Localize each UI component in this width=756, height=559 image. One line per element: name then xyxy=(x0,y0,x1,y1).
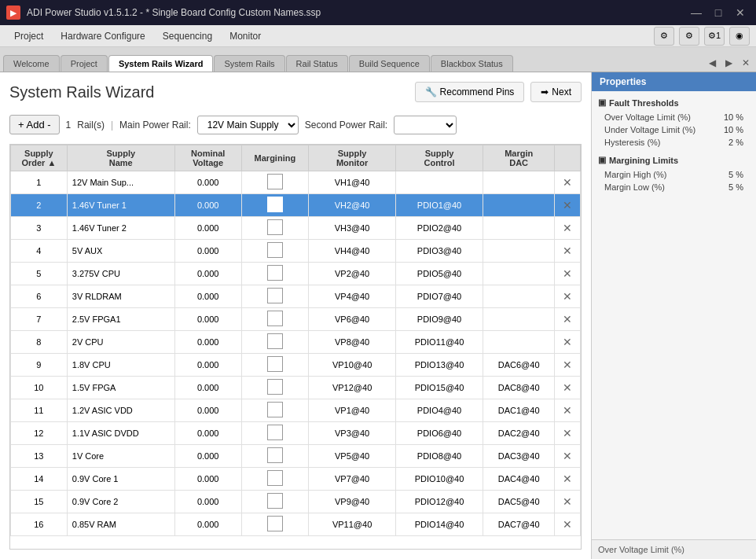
tab-project[interactable]: Project xyxy=(61,55,108,72)
cell-margining[interactable] xyxy=(241,263,309,285)
table-row[interactable]: 7 2.5V FPGA1 0.000 VP6@40 PDIO9@40 ✕ xyxy=(11,308,581,331)
fault-thresholds-header[interactable]: ▣ Fault Thresholds xyxy=(598,97,750,108)
delete-icon[interactable]: ✕ xyxy=(563,290,572,303)
cell-margining[interactable] xyxy=(241,194,309,217)
delete-icon[interactable]: ✕ xyxy=(563,404,572,417)
table-row[interactable]: 4 5V AUX 0.000 VH4@40 PDIO3@40 ✕ xyxy=(11,240,581,263)
tab-nav-right[interactable]: ▶ xyxy=(722,56,736,70)
maximize-button[interactable]: □ xyxy=(709,3,728,22)
cell-margining[interactable] xyxy=(241,377,309,399)
menu-sequencing[interactable]: Sequencing xyxy=(155,28,220,45)
monitor-icon-btn[interactable]: ◉ xyxy=(729,27,750,46)
cell-delete[interactable]: ✕ xyxy=(555,331,581,354)
cell-delete[interactable]: ✕ xyxy=(555,285,581,308)
table-row[interactable]: 12 1.1V ASIC DVDD 0.000 VP3@40 PDIO6@40 … xyxy=(11,422,581,445)
cell-delete[interactable]: ✕ xyxy=(555,263,581,285)
delete-icon[interactable]: ✕ xyxy=(563,473,572,485)
cell-margining[interactable] xyxy=(241,445,309,468)
recommend-pins-button[interactable]: 🔧 Recommend Pins xyxy=(415,82,525,102)
cell-delete[interactable]: ✕ xyxy=(555,445,581,468)
cell-margining[interactable] xyxy=(241,171,309,194)
cell-margining[interactable] xyxy=(241,491,309,513)
table-row[interactable]: 14 0.9V Core 1 0.000 VP7@40 PDIO10@40 DA… xyxy=(11,468,581,491)
table-row[interactable]: 5 3.275V CPU 0.000 VP2@40 PDIO5@40 ✕ xyxy=(11,263,581,285)
cell-margining[interactable] xyxy=(241,468,309,491)
delete-icon[interactable]: ✕ xyxy=(563,495,572,508)
tab-welcome[interactable]: Welcome xyxy=(3,55,60,72)
delete-icon[interactable]: ✕ xyxy=(563,381,572,394)
cell-margining[interactable] xyxy=(241,331,309,354)
cell-delete[interactable]: ✕ xyxy=(555,377,581,399)
tab-build-sequence[interactable]: Build Sequence xyxy=(349,55,430,72)
second-power-select[interactable] xyxy=(394,116,457,134)
table-row[interactable]: 3 1.46V Tuner 2 0.000 VH3@40 PDIO2@40 ✕ xyxy=(11,217,581,240)
cell-delete[interactable]: ✕ xyxy=(555,171,581,194)
tab-system-rails[interactable]: System Rails xyxy=(214,55,284,72)
table-row[interactable]: 1 12V Main Sup... 0.000 VH1@40 ✕ xyxy=(11,171,581,194)
delete-icon[interactable]: ✕ xyxy=(563,245,572,257)
cell-delete[interactable]: ✕ xyxy=(555,194,581,217)
menu-project[interactable]: Project xyxy=(6,28,51,45)
cell-delete[interactable]: ✕ xyxy=(555,308,581,331)
tab-nav-left[interactable]: ◀ xyxy=(706,56,719,70)
properties-header: Properties xyxy=(592,72,756,91)
cell-margining[interactable] xyxy=(241,422,309,445)
table-row[interactable]: 6 3V RLDRAM 0.000 VP4@40 PDIO7@40 ✕ xyxy=(11,285,581,308)
cell-delete[interactable]: ✕ xyxy=(555,217,581,240)
delete-icon[interactable]: ✕ xyxy=(563,313,572,325)
delete-icon[interactable]: ✕ xyxy=(563,176,572,189)
delete-icon[interactable]: ✕ xyxy=(563,359,572,371)
table-row[interactable]: 8 2V CPU 0.000 VP8@40 PDIO11@40 ✕ xyxy=(11,331,581,354)
delete-icon[interactable]: ✕ xyxy=(563,450,572,462)
cell-margining[interactable] xyxy=(241,354,309,377)
cell-delete[interactable]: ✕ xyxy=(555,491,581,513)
delete-icon[interactable]: ✕ xyxy=(563,518,572,531)
cell-delete[interactable]: ✕ xyxy=(555,513,581,536)
cell-margining[interactable] xyxy=(241,217,309,240)
cell-margining[interactable] xyxy=(241,399,309,422)
cell-delete[interactable]: ✕ xyxy=(555,354,581,377)
delete-icon[interactable]: ✕ xyxy=(563,336,572,348)
table-row[interactable]: 13 1V Core 0.000 VP5@40 PDIO8@40 DAC3@40… xyxy=(11,445,581,468)
table-row[interactable]: 16 0.85V RAM 0.000 VP11@40 PDIO14@40 DAC… xyxy=(11,513,581,536)
cell-delete[interactable]: ✕ xyxy=(555,240,581,263)
delete-icon[interactable]: ✕ xyxy=(563,267,572,280)
cell-margining[interactable] xyxy=(241,285,309,308)
menu-monitor[interactable]: Monitor xyxy=(222,28,269,45)
delete-icon[interactable]: ✕ xyxy=(563,427,572,439)
next-button[interactable]: ➡ Next xyxy=(530,82,582,102)
table-row[interactable]: 9 1.8V CPU 0.000 VP10@40 PDIO13@40 DAC6@… xyxy=(11,354,581,377)
tab-close[interactable]: ✕ xyxy=(739,56,753,70)
close-button[interactable]: ✕ xyxy=(731,3,750,22)
cell-margining[interactable] xyxy=(241,308,309,331)
cell-margining[interactable] xyxy=(241,513,309,536)
tab-blackbox-status[interactable]: Blackbox Status xyxy=(431,55,513,72)
col-margining: Margining xyxy=(241,145,309,171)
menu-hardware-configure[interactable]: Hardware Configure xyxy=(53,28,152,45)
cell-delete[interactable]: ✕ xyxy=(555,399,581,422)
delete-icon[interactable]: ✕ xyxy=(563,199,572,211)
cell-delete[interactable]: ✕ xyxy=(555,468,581,491)
col-order: SupplyOrder ▲ xyxy=(11,145,68,171)
cell-margining[interactable] xyxy=(241,240,309,263)
cell-control: PDIO1@40 xyxy=(396,194,483,217)
config-icon-btn[interactable]: ⚙ xyxy=(679,27,699,46)
table-row[interactable]: 11 1.2V ASIC VDD 0.000 VP1@40 PDIO4@40 D… xyxy=(11,399,581,422)
add-button[interactable]: + Add - xyxy=(9,115,60,134)
delete-icon[interactable]: ✕ xyxy=(563,222,572,234)
add-label: + Add - xyxy=(18,119,51,131)
table-row[interactable]: 15 0.9V Core 2 0.000 VP9@40 PDIO12@40 DA… xyxy=(11,491,581,513)
margining-limits-header[interactable]: ▣ Margining Limits xyxy=(598,155,750,165)
table-row[interactable]: 2 1.46V Tuner 1 0.000 VH2@40 PDIO1@40 ✕ xyxy=(11,194,581,217)
cell-delete[interactable]: ✕ xyxy=(555,422,581,445)
table-row[interactable]: 10 1.5V FPGA 0.000 VP12@40 PDIO15@40 DAC… xyxy=(11,377,581,399)
right-panel: Properties ▣ Fault Thresholds Over Volta… xyxy=(591,72,756,559)
tab-rail-status[interactable]: Rail Status xyxy=(286,55,348,72)
hardware-icon-btn[interactable]: ⚙ xyxy=(654,27,674,46)
main-power-select[interactable]: 12V Main Supply xyxy=(197,116,299,134)
minimize-button[interactable]: — xyxy=(687,3,706,22)
cell-order: 10 xyxy=(11,377,68,399)
collapse-margining-icon: ▣ xyxy=(598,155,606,165)
clock-icon-btn[interactable]: ⚙1 xyxy=(704,27,725,46)
tab-system-rails-wizard[interactable]: System Rails Wizard xyxy=(108,55,214,72)
